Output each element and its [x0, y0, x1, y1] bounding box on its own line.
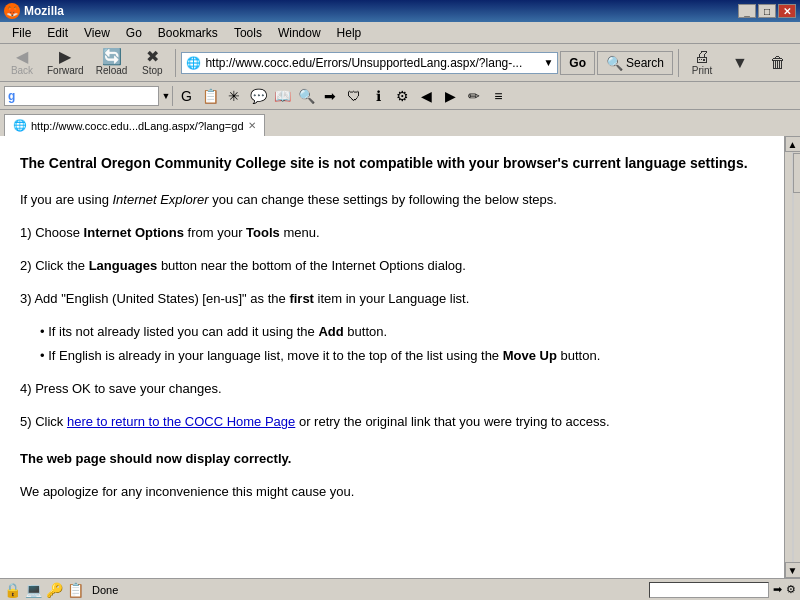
toolbar2-star-btn[interactable]: ✳ — [223, 85, 245, 107]
trash-icon: 🗑 — [770, 55, 786, 71]
status-icon-1: 🔒 — [4, 582, 21, 598]
titlebar-buttons: _ □ ✕ — [738, 4, 796, 18]
more-icon: ▼ — [732, 55, 748, 71]
menu-window[interactable]: Window — [270, 24, 329, 42]
tab-close-button[interactable]: ✕ — [248, 120, 256, 131]
tab-favicon: 🌐 — [13, 119, 27, 132]
toolbar2-search-area: g ▼ — [4, 86, 173, 106]
toolbar2-settings-btn[interactable]: ⚙ — [391, 85, 413, 107]
toolbar2-info-btn[interactable]: ℹ — [367, 85, 389, 107]
separator-2 — [678, 49, 679, 77]
stop-icon: ✖ — [146, 49, 159, 65]
status-extra-icon: ⚙ — [786, 583, 796, 596]
maximize-button[interactable]: □ — [758, 4, 776, 18]
titlebar: 🦊 Mozilla _ □ ✕ — [0, 0, 800, 22]
step3-bold-first: first — [289, 291, 314, 306]
status-icon-2: 💻 — [25, 582, 42, 598]
bullet2-bold-moveup: Move Up — [503, 348, 557, 363]
reload-button[interactable]: 🔄 Reload — [91, 47, 133, 79]
reload-icon: 🔄 — [102, 49, 122, 65]
scroll-thumb[interactable] — [793, 153, 801, 193]
address-favicon: 🌐 — [186, 56, 201, 70]
main-tab[interactable]: 🌐 http://www.cocc.edu...dLang.aspx/?lang… — [4, 114, 265, 136]
titlebar-title: Mozilla — [24, 4, 64, 18]
toolbar2-copy-btn[interactable]: 📋 — [199, 85, 221, 107]
step-2: 2) Click the Languages button near the b… — [20, 256, 764, 277]
status-arrow-icon: ➡ — [773, 583, 782, 596]
step-5: 5) Click here to return to the COCC Home… — [20, 412, 764, 433]
toolbar2-zoom-btn[interactable]: 🔍 — [295, 85, 317, 107]
status-search-box[interactable] — [649, 582, 769, 598]
toolbar2-google-icon: g — [5, 89, 18, 103]
forward-button[interactable]: ▶ Forward — [42, 47, 89, 79]
bullet1-bold-add: Add — [318, 324, 343, 339]
toolbar2-fwd2-btn[interactable]: ▶ — [439, 85, 461, 107]
address-dropdown-icon[interactable]: ▼ — [543, 57, 553, 68]
toolbar2-back2-btn[interactable]: ◀ — [415, 85, 437, 107]
menu-bookmarks[interactable]: Bookmarks — [150, 24, 226, 42]
closing-heading: The web page should now display correctl… — [20, 449, 764, 470]
toolbar2-g-btn[interactable]: G — [175, 85, 197, 107]
scroll-track[interactable] — [792, 152, 794, 562]
cocc-home-link[interactable]: here to return to the COCC Home Page — [67, 414, 295, 429]
menu-help[interactable]: Help — [329, 24, 370, 42]
step2-bold-languages: Languages — [89, 258, 158, 273]
toolbar2-arrow-btn[interactable]: ➡ — [319, 85, 341, 107]
print-button[interactable]: 🖨 Print — [684, 47, 720, 79]
status-icons: 🔒 💻 🔑 📋 — [4, 582, 84, 598]
status-icon-4: 📋 — [67, 582, 84, 598]
menubar: File Edit View Go Bookmarks Tools Window… — [0, 22, 800, 44]
search-button[interactable]: 🔍 Search — [597, 51, 673, 75]
menu-go[interactable]: Go — [118, 24, 150, 42]
bullet-item-2: If English is already in your language l… — [40, 346, 764, 367]
more-button[interactable]: ▼ — [722, 47, 758, 79]
toolbar2-pencil-btn[interactable]: ✏ — [463, 85, 485, 107]
step-1: 1) Choose Internet Options from your Too… — [20, 223, 764, 244]
step-3: 3) Add "English (United States) [en-us]"… — [20, 289, 764, 310]
content-wrapper: The Central Oregon Community College sit… — [0, 136, 800, 578]
back-button[interactable]: ◀ Back — [4, 47, 40, 79]
toolbar2-extra-btn[interactable]: ≡ — [487, 85, 509, 107]
toolbar2-msg-btn[interactable]: 💬 — [247, 85, 269, 107]
menu-edit[interactable]: Edit — [39, 24, 76, 42]
tabbar: 🌐 http://www.cocc.edu...dLang.aspx/?lang… — [0, 110, 800, 136]
status-icon-3: 🔑 — [46, 582, 63, 598]
search-icon: 🔍 — [606, 55, 623, 71]
step-4: 4) Press OK to save your changes. — [20, 379, 764, 400]
mozilla-icon: 🦊 — [4, 3, 20, 19]
toolbar2-search-dropdown[interactable]: ▼ — [158, 86, 172, 106]
status-text: Done — [92, 584, 641, 596]
separator-1 — [175, 49, 176, 77]
step1-bold-tools: Tools — [246, 225, 280, 240]
scrollbar: ▲ ▼ — [784, 136, 800, 578]
menu-file[interactable]: File — [4, 24, 39, 42]
scroll-up-button[interactable]: ▲ — [785, 136, 801, 152]
toolbar2-search-input[interactable] — [18, 89, 158, 103]
tab-title: http://www.cocc.edu...dLang.aspx/?lang=g… — [31, 120, 244, 132]
content-area: The Central Oregon Community College sit… — [0, 136, 784, 578]
bullet-list: If its not already listed you can add it… — [40, 322, 764, 368]
step1-bold-options: Internet Options — [84, 225, 184, 240]
forward-icon: ▶ — [59, 49, 71, 65]
toolbar2-shield-btn[interactable]: 🛡 — [343, 85, 365, 107]
print-icon: 🖨 — [694, 49, 710, 65]
address-area: 🌐 ▼ Go 🔍 Search — [181, 51, 673, 75]
toolbar2-book-btn[interactable]: 📖 — [271, 85, 293, 107]
close-button[interactable]: ✕ — [778, 4, 796, 18]
paragraph-1: If you are using Internet Explorer you c… — [20, 190, 764, 211]
toolbar2: g ▼ G 📋 ✳ 💬 📖 🔍 ➡ 🛡 ℹ ⚙ ◀ ▶ ✏ ≡ — [0, 82, 800, 110]
address-input[interactable] — [205, 56, 543, 70]
menu-tools[interactable]: Tools — [226, 24, 270, 42]
scroll-down-button[interactable]: ▼ — [785, 562, 801, 578]
ie-italic: Internet Explorer — [113, 192, 209, 207]
stop-button[interactable]: ✖ Stop — [134, 47, 170, 79]
titlebar-left: 🦊 Mozilla — [4, 3, 64, 19]
address-bar: 🌐 ▼ — [181, 52, 558, 74]
navbar: ◀ Back ▶ Forward 🔄 Reload ✖ Stop 🌐 ▼ Go … — [0, 44, 800, 82]
trash-button[interactable]: 🗑 — [760, 47, 796, 79]
go-button[interactable]: Go — [560, 51, 595, 75]
closing-heading-text: The web page should now display correctl… — [20, 451, 291, 466]
minimize-button[interactable]: _ — [738, 4, 756, 18]
menu-view[interactable]: View — [76, 24, 118, 42]
status-right: ➡ ⚙ — [649, 582, 796, 598]
